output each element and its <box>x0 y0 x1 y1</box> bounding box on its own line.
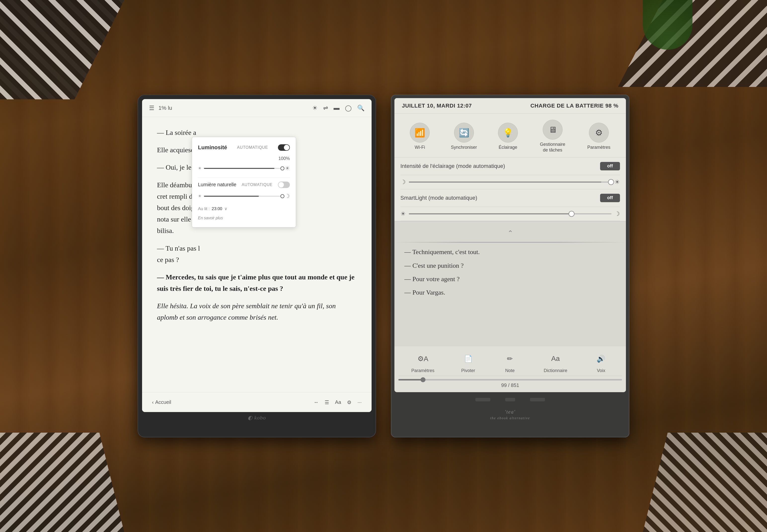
smartlight-moon-icon: ☽ <box>614 210 620 217</box>
natural-thumb[interactable] <box>280 194 284 198</box>
brightness-slider[interactable] <box>204 168 282 169</box>
kobo-topbar-left: ☰ 1% lu <box>149 105 172 112</box>
voice-tool-label: Voix <box>597 368 605 373</box>
natural-moon-icon: ☽ <box>285 192 290 201</box>
tea-rotate-tool[interactable]: 📄 Pivoter <box>460 351 476 373</box>
note-tool-label: Note <box>505 368 515 373</box>
arrows-icon[interactable]: ↔ <box>314 399 319 405</box>
tea-hw-btn-right[interactable] <box>530 398 545 401</box>
back-label: Accueil <box>155 399 171 405</box>
kobo-progress-text: 1% lu <box>158 105 172 111</box>
tasks-circle-icon: 🖥 <box>543 120 563 140</box>
list-icon[interactable]: ☰ <box>325 399 329 405</box>
smartlight-sun-icon: ☀ <box>400 210 406 217</box>
brightness-thumb[interactable] <box>280 166 284 170</box>
tea-hardware-buttons <box>394 392 626 407</box>
rotate-tool-label: Pivoter <box>461 368 475 373</box>
lighting-label: Éclairage <box>499 145 517 150</box>
tea-progress-slider[interactable] <box>398 379 622 380</box>
tea-device: JUILLET 10, MARDI 12:07 CHARGE DE LA BAT… <box>391 95 629 437</box>
kobo-screen: ☰ 1% lu ☀ ⇌ ▬ ◯ 🔍 — La soirée a Elle acq… <box>142 99 372 412</box>
kobo-device: ☰ 1% lu ☀ ⇌ ▬ ◯ 🔍 — La soirée a Elle acq… <box>138 95 376 437</box>
settings-tool-label: Paramètres <box>411 368 434 373</box>
tea-battery: CHARGE DE LA BATTERIE 98 % <box>530 103 618 109</box>
tea-voice-tool[interactable]: 🔊 Voix <box>593 351 609 373</box>
bedtime-time[interactable]: 23:00 <box>212 205 222 212</box>
smartlight-thumb[interactable] <box>569 211 575 217</box>
tea-progress-row <box>398 376 622 381</box>
tea-book-line3: — Pour votre agent ? <box>404 274 616 285</box>
natural-slider[interactable] <box>204 196 282 197</box>
tea-brand-sub: the ebook alternative <box>490 416 530 420</box>
brightness-low-icon: ☀ <box>198 165 201 172</box>
intensity-toggle[interactable]: off <box>600 162 620 170</box>
smartlight-setting-row: SmartLight (mode automatique) off <box>400 189 620 207</box>
content-separator <box>394 242 626 243</box>
font-icon[interactable]: Aa <box>335 399 341 405</box>
natural-fill <box>204 196 259 197</box>
smartlight-slider-row: ☀ ☽ <box>400 207 620 221</box>
kobo-bottom-icons: ↔ ☰ Aa ⚙ ··· <box>314 399 362 405</box>
intensity-high-icon: ☀ <box>614 179 620 186</box>
learn-more-link[interactable]: En savoir plus <box>198 215 290 221</box>
book-text-6: — Mercedes, tu sais que je t'aime plus q… <box>157 271 357 294</box>
luminosity-toggle[interactable] <box>278 144 290 151</box>
tea-wifi-button[interactable]: 📶 Wi-Fi <box>410 123 430 150</box>
tea-quickbar: 📶 Wi-Fi 🔄 Synchroniser 💡 Éclairage 🖥 Ges… <box>394 114 626 157</box>
tea-progress-thumb[interactable] <box>421 377 425 382</box>
tea-page-label: 99 / 851 <box>398 381 622 390</box>
tea-hw-btn-center[interactable] <box>505 398 515 401</box>
tea-note-tool[interactable]: ✏ Note <box>502 351 518 373</box>
collapse-arrow-icon[interactable]: ⌃ <box>404 227 616 239</box>
tea-lighting-button[interactable]: 💡 Éclairage <box>498 123 518 150</box>
natural-sun-icon: ☀ <box>198 193 201 199</box>
wifi-icon[interactable]: ⇌ <box>323 105 328 112</box>
settings-label: Paramètres <box>587 145 611 150</box>
lumi-title: Luminosité <box>198 143 227 152</box>
tea-dictionary-tool[interactable]: Aa Dictionnaire <box>544 351 567 373</box>
tea-sync-button[interactable]: 🔄 Synchroniser <box>451 123 477 150</box>
lumi-title-row: Luminosité AUTOMATIQUE <box>198 143 290 152</box>
lighting-circle-icon: 💡 <box>498 123 518 143</box>
search-icon[interactable]: 🔍 <box>357 105 365 112</box>
hamburger-icon[interactable]: ☰ <box>149 105 154 112</box>
sync-circle-icon: 🔄 <box>454 123 474 143</box>
back-button[interactable]: ‹ Accueil <box>152 399 171 405</box>
rotate-tool-icon: 📄 <box>460 351 476 367</box>
settings-tool-icon: ⚙A <box>415 351 431 367</box>
dictionary-tool-icon: Aa <box>547 351 563 367</box>
intensity-slider-row: ☽ ☀ <box>400 175 620 189</box>
tea-hw-btn-left[interactable] <box>475 398 490 401</box>
tea-tasks-button[interactable]: 🖥 Gestionnaire de tâches <box>539 120 566 153</box>
luminosity-panel: Luminosité AUTOMATIQUE 100% ☀ ☀ <box>192 137 296 228</box>
intensity-fill <box>409 182 601 183</box>
wifi-label: Wi-Fi <box>415 145 425 150</box>
natural-light-row: Lumière naturelle AUTOMATIQUE <box>198 181 290 189</box>
smartlight-label: SmartLight (mode automatique) <box>400 195 477 201</box>
intensity-slider[interactable] <box>409 182 612 183</box>
devices-container: ☰ 1% lu ☀ ⇌ ▬ ◯ 🔍 — La soirée a Elle acq… <box>138 95 629 437</box>
tea-settings-button[interactable]: ⚙ Paramètres <box>587 123 611 150</box>
kobo-topbar: ☰ 1% lu ☀ ⇌ ▬ ◯ 🔍 <box>142 99 372 117</box>
tea-book-line2: — C'est une punition ? <box>404 260 616 271</box>
tea-statusbar: JUILLET 10, MARDI 12:07 CHARGE DE LA BAT… <box>394 98 626 114</box>
settings-circle-icon: ⚙ <box>589 123 609 143</box>
natural-light-toggle[interactable] <box>278 182 290 188</box>
brightness-icon[interactable]: ☀ <box>312 105 318 112</box>
more-icon[interactable]: ··· <box>357 399 362 405</box>
tea-settings-tool[interactable]: ⚙A Paramètres <box>411 351 434 373</box>
kobo-book-content: — La soirée a Elle acquiesça, l — Oui, j… <box>142 117 372 392</box>
intensity-setting-row: Intensité de l'éclairage (mode automatiq… <box>400 157 620 175</box>
smartlight-toggle[interactable]: off <box>600 194 620 202</box>
smartlight-slider[interactable] <box>409 213 612 214</box>
book-text-5: — Tu n'as pas lce pas ? <box>157 243 357 266</box>
tea-date: JUILLET 10, MARDI 12:07 <box>402 103 472 109</box>
bedtime-chevron-icon: ∨ <box>224 205 227 212</box>
intensity-thumb[interactable] <box>608 179 614 185</box>
tea-progress-fill <box>398 379 423 380</box>
settings-icon[interactable]: ⚙ <box>347 399 351 405</box>
sync-icon[interactable]: ◯ <box>345 105 352 112</box>
natural-light-title: Lumière naturelle <box>198 181 236 189</box>
tea-brand-name: 'tea' <box>505 409 516 415</box>
voice-tool-icon: 🔊 <box>593 351 609 367</box>
